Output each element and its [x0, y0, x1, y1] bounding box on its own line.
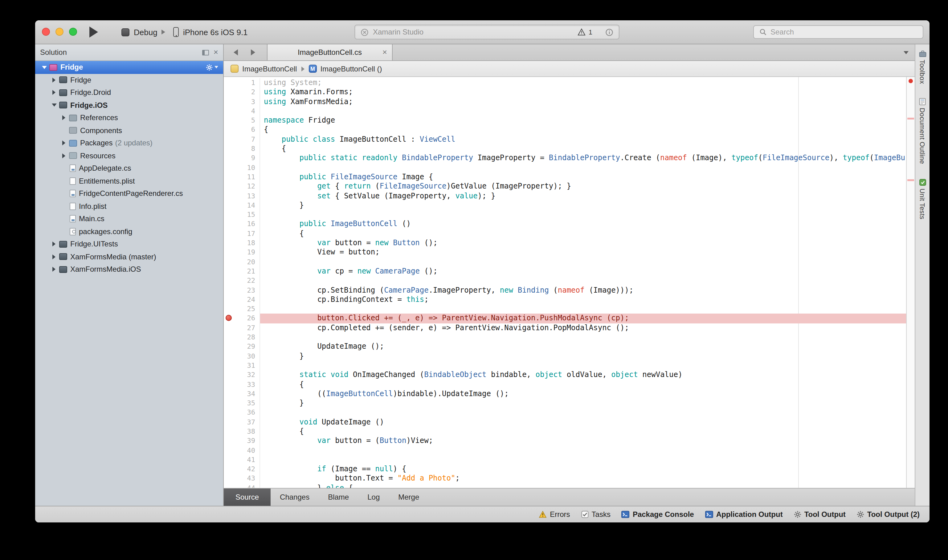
breakpoint-gutter[interactable]	[224, 314, 234, 323]
tree-item-fridge-droid[interactable]: Fridge.Droid	[35, 86, 223, 99]
breakpoint-gutter[interactable]	[224, 437, 234, 446]
breadcrumb-class[interactable]: ImageButtonCell	[231, 65, 297, 73]
close-window-button[interactable]	[42, 28, 50, 36]
tree-item-fridge[interactable]: Fridge	[35, 61, 223, 74]
tree-item-packages-config[interactable]: packages.config	[35, 225, 223, 238]
code-text[interactable]: static void OnImageChanged (BindableObje…	[260, 370, 906, 380]
code-text[interactable]: }	[260, 351, 906, 361]
tree-item-xamformsmedia-master[interactable]: XamFormsMedia (master)	[35, 251, 223, 263]
disclosure-right-icon[interactable]	[50, 251, 58, 263]
device-selector[interactable]: iPhone 6s iOS 9.1	[173, 25, 248, 39]
code-text[interactable]: } else {	[260, 484, 906, 488]
code-text[interactable]	[260, 333, 906, 342]
code-text[interactable]: {	[260, 380, 906, 389]
breakpoint-gutter[interactable]	[224, 286, 234, 295]
breadcrumb-method[interactable]: M ImageButtonCell ()	[308, 65, 382, 73]
tree-item-packages[interactable]: Packages(2 updates)	[35, 137, 223, 149]
bottom-tab-changes[interactable]: Changes	[271, 489, 319, 506]
tree-item-entitlements-plist[interactable]: Entitlements.plist	[35, 175, 223, 187]
code-text[interactable]: public FileImageSource Image {	[260, 172, 906, 182]
disclosure-right-icon[interactable]	[50, 86, 58, 99]
breakpoint-gutter[interactable]	[224, 238, 234, 248]
code-text[interactable]	[260, 455, 906, 465]
breakpoint-gutter[interactable]	[224, 88, 234, 97]
breakpoint-gutter[interactable]	[224, 417, 234, 427]
close-tab-icon[interactable]	[382, 49, 387, 56]
breakpoint-gutter[interactable]	[224, 78, 234, 88]
breakpoint-gutter[interactable]	[224, 398, 234, 408]
tree-item-main-cs[interactable]: Main.cs	[35, 212, 223, 225]
code-text[interactable]	[260, 304, 906, 314]
dock-pad-icon[interactable]	[202, 49, 209, 55]
code-text[interactable]	[260, 106, 906, 116]
breakpoint-gutter[interactable]	[224, 182, 234, 192]
code-text[interactable]: {	[260, 125, 906, 135]
breakpoint-gutter[interactable]	[224, 106, 234, 116]
code-text[interactable]	[260, 163, 906, 172]
disclosure-down-icon[interactable]	[50, 99, 58, 111]
breakpoint-gutter[interactable]	[224, 116, 234, 125]
breakpoint-gutter[interactable]	[224, 191, 234, 201]
code-text[interactable]: {	[260, 144, 906, 154]
overview-ruler[interactable]	[906, 77, 915, 488]
code-text[interactable]	[260, 361, 906, 371]
code-text[interactable]: var button = new Button ();	[260, 238, 906, 248]
breakpoint-gutter[interactable]	[224, 248, 234, 257]
tree-item-fridgecontentpagerenderer-cs[interactable]: FridgeContentPageRenderer.cs	[35, 187, 223, 200]
code-text[interactable]: ((ImageButtonCell)bindable).UpdateImage …	[260, 389, 906, 399]
tool-tab-toolbox[interactable]: Toolbox	[919, 50, 926, 84]
tree-item-appdelegate-cs[interactable]: AppDelegate.cs	[35, 162, 223, 175]
status-item-errors[interactable]: Errors	[539, 510, 570, 519]
navigate-back-button[interactable]	[231, 49, 240, 56]
breakpoint-gutter[interactable]	[224, 220, 234, 229]
code-text[interactable]: View = button;	[260, 248, 906, 257]
code-text[interactable]: cp.SetBinding (CameraPage.ImageProperty,…	[260, 286, 906, 295]
breakpoint-gutter[interactable]	[224, 427, 234, 437]
breakpoint-gutter[interactable]	[224, 163, 234, 172]
status-item-tool-output-2[interactable]: Tool Output (2)	[857, 510, 920, 519]
breakpoint-gutter[interactable]	[224, 389, 234, 399]
code-text[interactable]	[260, 408, 906, 418]
disclosure-down-icon[interactable]	[40, 61, 48, 74]
breakpoint-gutter[interactable]	[224, 295, 234, 305]
breakpoint-gutter[interactable]	[224, 304, 234, 314]
bottom-tab-merge[interactable]: Merge	[389, 489, 429, 506]
breakpoint-gutter[interactable]	[224, 257, 234, 267]
tree-item-fridge[interactable]: Fridge	[35, 74, 223, 86]
run-button[interactable]	[89, 26, 105, 38]
breakpoint-gutter[interactable]	[224, 267, 234, 276]
tool-tab-document-outline[interactable]: Document Outline	[919, 98, 926, 165]
code-text[interactable]: }	[260, 398, 906, 408]
tree-item-fridge-ios[interactable]: Fridge.iOS	[35, 99, 223, 111]
minimize-window-button[interactable]	[55, 28, 63, 36]
tab-imagebuttoncell[interactable]: ImageButtonCell.cs	[267, 45, 393, 60]
status-item-package-console[interactable]: Package Console	[622, 510, 694, 519]
bottom-tab-source[interactable]: Source	[224, 489, 271, 506]
build-configuration-selector[interactable]: Debug	[122, 26, 165, 38]
code-text[interactable]: button.Text = "Add a Photo";	[260, 474, 906, 484]
tree-item-references[interactable]: References	[35, 111, 223, 124]
code-text[interactable]: namespace Fridge	[260, 116, 906, 125]
row-options-gear-icon[interactable]	[206, 64, 223, 71]
breakpoint-gutter[interactable]	[224, 172, 234, 182]
code-text[interactable]: set { SetValue (ImageProperty, value); }	[260, 191, 906, 201]
status-item-tasks[interactable]: Tasks	[581, 510, 610, 519]
code-editor[interactable]: 1using System;2using Xamarin.Forms;3usin…	[224, 77, 915, 488]
breakpoint-gutter[interactable]	[224, 323, 234, 333]
zoom-window-button[interactable]	[69, 28, 77, 36]
breakpoint-gutter[interactable]	[224, 144, 234, 154]
breakpoint-gutter[interactable]	[224, 455, 234, 465]
status-item-application-output[interactable]: Application Output	[705, 510, 783, 519]
tree-item-fridge-uitests[interactable]: Fridge.UITests	[35, 238, 223, 251]
breakpoint-gutter[interactable]	[224, 474, 234, 484]
disclosure-right-icon[interactable]	[60, 111, 68, 124]
disclosure-right-icon[interactable]	[60, 137, 68, 149]
code-text[interactable]: if (Image == null) {	[260, 465, 906, 474]
breakpoint-gutter[interactable]	[224, 97, 234, 106]
info-icon[interactable]	[605, 28, 613, 36]
code-text[interactable]: void UpdateImage ()	[260, 417, 906, 427]
close-pad-icon[interactable]	[214, 49, 218, 55]
disclosure-right-icon[interactable]	[50, 238, 58, 251]
status-item-tool-output[interactable]: Tool Output	[794, 510, 846, 519]
breakpoint-gutter[interactable]	[224, 135, 234, 145]
